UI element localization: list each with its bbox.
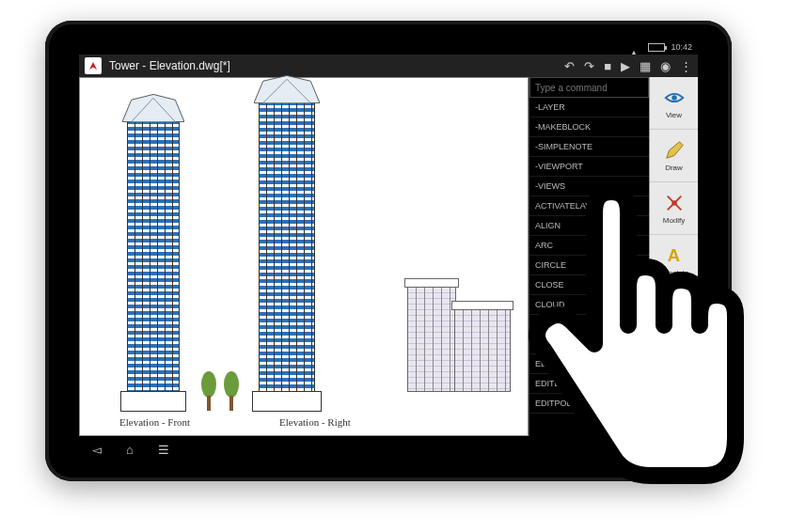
- command-item[interactable]: EDITLAYER: [529, 354, 649, 374]
- command-item[interactable]: -VIEWS: [529, 177, 649, 196]
- command-panel: -LAYER -MAKEBLOCK -SIMPLENOTE -VIEWPORT …: [529, 77, 649, 436]
- tree-icon: [198, 369, 219, 415]
- status-time: 10:42: [671, 42, 692, 52]
- app-icon: [85, 57, 102, 74]
- tower-right-base: [252, 391, 322, 412]
- tower-front-base: [120, 391, 186, 412]
- play-button[interactable]: ▶: [621, 59, 630, 73]
- tool-insert[interactable]: Insert: [650, 288, 698, 340]
- svg-rect-14: [667, 362, 672, 368]
- nav-home-icon[interactable]: ⌂: [126, 443, 134, 457]
- nav-recent-icon[interactable]: ☰: [158, 443, 169, 457]
- tool-modify[interactable]: Modify: [650, 182, 698, 235]
- svg-rect-12: [667, 353, 672, 359]
- undo-button[interactable]: ↶: [564, 59, 575, 73]
- command-item[interactable]: CLOSE: [529, 275, 649, 295]
- drawing-canvas[interactable]: Elevation - Front Elevation - Right: [79, 77, 529, 436]
- tower-right: [259, 101, 315, 392]
- tower-front-crown: [122, 94, 184, 122]
- svg-point-2: [201, 371, 216, 398]
- nav-back-icon[interactable]: ◅: [92, 443, 102, 457]
- battery-icon: [648, 43, 665, 52]
- svg-point-4: [224, 371, 239, 398]
- command-item[interactable]: ARC: [529, 236, 649, 256]
- command-item[interactable]: -VIEWPORT: [529, 157, 649, 177]
- svg-text:A: A: [667, 245, 679, 265]
- svg-point-8: [672, 95, 677, 101]
- command-item[interactable]: ALIGN: [529, 216, 649, 236]
- tool-label: Annotate: [658, 269, 688, 277]
- command-item[interactable]: CLOUD: [529, 295, 649, 315]
- screen: 10:42 Tower - Elevation.dwg[*] ↶ ↷ ■ ▶ ▦…: [79, 39, 698, 462]
- command-item[interactable]: -MAKEBLOCK: [529, 117, 649, 137]
- right-building-group: [407, 279, 511, 392]
- tool-label: Format: [662, 374, 686, 383]
- svg-rect-15: [675, 362, 681, 368]
- tower-front: [127, 119, 180, 392]
- command-item[interactable]: -LAYER: [529, 98, 649, 117]
- command-item[interactable]: CIRCLE: [529, 256, 649, 275]
- grid-icon[interactable]: ▦: [640, 59, 651, 73]
- command-item[interactable]: EDITPOLYLINE: [529, 394, 649, 414]
- svg-point-9: [672, 200, 677, 206]
- command-item[interactable]: DELETE: [529, 335, 649, 354]
- tool-view[interactable]: View: [650, 77, 698, 130]
- android-status-bar: 10:42: [79, 39, 698, 55]
- command-item[interactable]: ACTIVATELAYER: [529, 196, 649, 216]
- tool-strip: View Draw Modify A Annotate Insert: [649, 77, 698, 436]
- tree-icon: [221, 369, 242, 415]
- right-building-a: [407, 287, 456, 392]
- tool-label: Modify: [663, 216, 686, 225]
- tool-label: Insert: [664, 321, 683, 330]
- svg-rect-13: [675, 353, 681, 359]
- tool-annotate[interactable]: A Annotate: [650, 235, 698, 288]
- right-building-b: [454, 309, 511, 392]
- main-area: Elevation - Front Elevation - Right -LAY…: [79, 77, 698, 436]
- command-item[interactable]: -SIMPLENOTE: [529, 137, 649, 157]
- command-list[interactable]: -LAYER -MAKEBLOCK -SIMPLENOTE -VIEWPORT …: [529, 98, 649, 436]
- app-title-bar: Tower - Elevation.dwg[*] ↶ ↷ ■ ▶ ▦ ◉ ⋮: [79, 55, 698, 77]
- document-title: Tower - Elevation.dwg[*]: [109, 59, 230, 72]
- tool-draw[interactable]: Draw: [650, 130, 698, 182]
- svg-rect-3: [207, 396, 211, 411]
- menu-icon[interactable]: ⋮: [680, 59, 692, 73]
- command-input[interactable]: [529, 77, 649, 98]
- tower-right-crown: [254, 75, 320, 103]
- svg-rect-5: [229, 396, 233, 411]
- stop-button[interactable]: ■: [604, 59, 611, 73]
- visibility-icon[interactable]: ◉: [660, 59, 671, 73]
- tool-format[interactable]: Format: [650, 340, 698, 393]
- android-nav-bar: ◅ ⌂ ☰: [79, 436, 698, 462]
- redo-button[interactable]: ↷: [584, 59, 594, 73]
- title-actions: ↶ ↷ ■ ▶ ▦ ◉ ⋮: [564, 59, 692, 73]
- tablet-frame: 10:42 Tower - Elevation.dwg[*] ↶ ↷ ■ ▶ ▦…: [45, 21, 732, 481]
- command-item[interactable]: COPY: [529, 315, 649, 335]
- tool-label: Draw: [665, 164, 683, 172]
- label-elevation-right: Elevation - Right: [279, 417, 351, 428]
- tool-label: View: [666, 111, 682, 119]
- wifi-icon: [629, 42, 642, 52]
- label-elevation-front: Elevation - Front: [119, 417, 190, 428]
- command-item[interactable]: EDITBLOCKATTRIBUTE: [529, 374, 649, 394]
